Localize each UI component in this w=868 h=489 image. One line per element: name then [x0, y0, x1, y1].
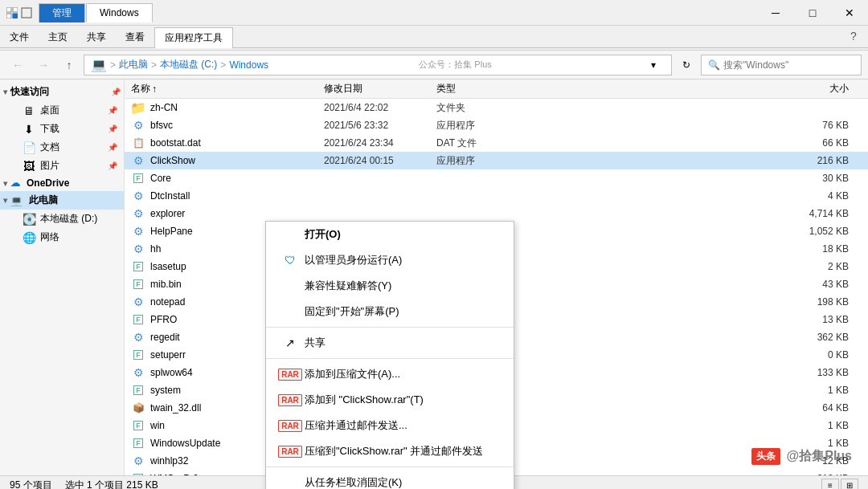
- ribbon-tab-share[interactable]: 共享: [77, 27, 116, 47]
- ctx-label: 添加到压缩文件(A)...: [305, 367, 497, 381]
- rar-icon: RAR: [278, 420, 302, 432]
- file-icon: ⚙: [131, 242, 145, 256]
- col-name-label: 名称: [131, 82, 150, 96]
- sidebar-item-pictures[interactable]: 🖼 图片 📌: [0, 157, 124, 175]
- sidebar-item-local-d[interactable]: 💽 本地磁盘 (D:): [0, 210, 124, 228]
- pin-indicator-desktop: 📌: [108, 106, 117, 115]
- view-details-button[interactable]: ≡: [821, 479, 839, 490]
- sidebar-onedrive-header[interactable]: ▾ ☁ OneDrive: [0, 175, 124, 191]
- file-size: 0 KB: [533, 349, 862, 361]
- ctx-label: 压缩到"ClickShow.rar" 并通过邮件发送: [305, 444, 497, 458]
- sidebar-item-downloads-label: 下载: [40, 122, 59, 136]
- file-size: 64 KB: [533, 402, 862, 414]
- file-icon: ⚙: [131, 330, 145, 344]
- dropdown-arrow[interactable]: ▾: [642, 54, 665, 76]
- file-name: bfsvc: [150, 120, 324, 131]
- file-row[interactable]: ⚙ bfsvc 2021/5/6 23:32 应用程序 76 KB: [125, 116, 868, 134]
- col-header-size[interactable]: 大小: [533, 82, 862, 96]
- ribbon-tab-view[interactable]: 查看: [116, 27, 154, 47]
- file-size: 66 KB: [533, 137, 862, 149]
- file-icon: F: [131, 383, 145, 397]
- file-name: explorer: [150, 208, 324, 219]
- address-box[interactable]: 💻 > 此电脑 > 本地磁盘 (C:) > Windows 公众号：拾集 Plu…: [84, 55, 672, 75]
- sidebar-item-downloads[interactable]: ⬇ 下载 📌: [0, 120, 124, 138]
- ctx-menu-item[interactable]: RAR 压缩并通过邮件发送...: [266, 413, 514, 438]
- svg-rect-4: [22, 8, 31, 18]
- file-type: 应用程序: [436, 154, 533, 168]
- minimize-button[interactable]: ─: [757, 0, 794, 26]
- file-icon: F: [131, 436, 145, 450]
- file-icon: ⚙: [131, 118, 145, 132]
- ctx-icon: RAR: [282, 392, 298, 408]
- file-size: 18 KB: [533, 243, 862, 255]
- ribbon-tab-file[interactable]: 文件: [0, 27, 39, 47]
- col-header-date[interactable]: 修改日期: [324, 82, 436, 96]
- forward-button[interactable]: →: [32, 54, 55, 76]
- ctx-menu-item[interactable]: RAR 添加到 "ClickShow.rar"(T): [266, 387, 514, 413]
- ctx-label: 添加到 "ClickShow.rar"(T): [305, 393, 497, 407]
- file-icon: F: [131, 312, 145, 327]
- window-controls: ─ □ ✕: [757, 0, 868, 26]
- ribbon: 文件 主页 共享 查看 应用程序工具 ?: [0, 26, 868, 51]
- file-row[interactable]: ⚙ DtcInstall 4 KB: [125, 187, 868, 205]
- file-type: 文件夹: [436, 101, 533, 115]
- ctx-label: 以管理员身份运行(A): [305, 253, 497, 267]
- tab-windows[interactable]: Windows: [86, 3, 153, 22]
- ctx-menu-item[interactable]: 固定到"开始"屏幕(P): [266, 299, 514, 324]
- file-name: DtcInstall: [150, 190, 324, 202]
- ctx-label: 打开(O): [305, 227, 497, 242]
- file-icon: F: [131, 277, 145, 291]
- file-row[interactable]: ⚙ ClickShow 2021/6/24 00:15 应用程序 216 KB: [125, 152, 868, 169]
- ctx-menu-item[interactable]: 从任务栏取消固定(K): [266, 470, 514, 489]
- file-row[interactable]: ⚙ explorer 4,714 KB: [125, 205, 868, 222]
- ctx-menu-item[interactable]: 打开(O): [266, 222, 514, 247]
- file-size: 4,714 KB: [533, 208, 862, 219]
- pin-indicator-pictures: 📌: [108, 161, 117, 170]
- back-button[interactable]: ←: [6, 54, 29, 76]
- sidebar-item-network[interactable]: 🌐 网络: [0, 228, 124, 247]
- file-size: 216 KB: [533, 155, 862, 166]
- addr-windows[interactable]: Windows: [229, 59, 268, 71]
- file-row[interactable]: 📋 bootstat.dat 2021/6/24 23:34 DAT 文件 66…: [125, 134, 868, 152]
- ctx-menu-item[interactable]: ↗ 共享: [266, 330, 514, 356]
- file-icon: F: [131, 171, 145, 185]
- file-size: 43 KB: [533, 279, 862, 290]
- ribbon-tab-app-tools[interactable]: 应用程序工具: [154, 27, 233, 48]
- tab-manage[interactable]: 管理: [39, 3, 85, 22]
- ribbon-help-button[interactable]: ?: [842, 27, 865, 45]
- view-grid-button[interactable]: ⊞: [841, 479, 858, 490]
- ribbon-tab-home[interactable]: 主页: [39, 27, 77, 47]
- addr-this-pc-label[interactable]: 此电脑: [119, 58, 148, 71]
- sidebar-onedrive-label: ☁: [10, 177, 20, 189]
- sidebar-quick-access-label: 快速访问: [10, 85, 49, 99]
- up-button[interactable]: ↑: [58, 54, 80, 76]
- sidebar-item-desktop[interactable]: 🖥 桌面 📌: [0, 101, 124, 120]
- sidebar-item-documents[interactable]: 📄 文档 📌: [0, 138, 124, 157]
- watermark-brand: 头条: [751, 448, 780, 465]
- addr-local-disk[interactable]: 本地磁盘 (C:): [160, 58, 217, 71]
- file-size: 76 KB: [533, 120, 862, 131]
- local-d-icon: 💽: [23, 213, 35, 226]
- ctx-label: 压缩并通过邮件发送...: [305, 418, 497, 433]
- share-icon: ↗: [285, 336, 295, 349]
- col-header-name[interactable]: 名称 ↑: [131, 82, 324, 96]
- ctx-menu-item[interactable]: 兼容性疑难解答(Y): [266, 273, 514, 299]
- pin-indicator-documents: 📌: [108, 143, 117, 152]
- col-header-type[interactable]: 类型: [436, 82, 533, 96]
- ctx-menu-item[interactable]: RAR 添加到压缩文件(A)...: [266, 361, 514, 387]
- ctx-label: 从任务栏取消固定(K): [305, 475, 497, 489]
- maximize-button[interactable]: □: [794, 0, 831, 26]
- refresh-button[interactable]: ↻: [675, 54, 698, 76]
- file-row[interactable]: F Core 30 KB: [125, 169, 868, 187]
- file-row[interactable]: 📁 zh-CN 2021/6/4 22:02 文件夹: [125, 99, 868, 116]
- ctx-menu-item[interactable]: RAR 压缩到"ClickShow.rar" 并通过邮件发送: [266, 438, 514, 464]
- sidebar-this-pc-header[interactable]: ▾ 💻 此电脑: [0, 191, 124, 210]
- status-selected: 选中 1 个项目 215 KB: [65, 479, 158, 489]
- close-button[interactable]: ✕: [831, 0, 868, 26]
- search-input[interactable]: [723, 59, 854, 71]
- ctx-menu-item[interactable]: 🛡 以管理员身份运行(A): [266, 247, 514, 273]
- sidebar-quick-access-header[interactable]: ▾ 快速访问 📌: [0, 83, 124, 101]
- view-toggle: ≡ ⊞: [821, 479, 858, 490]
- search-box[interactable]: 🔍: [701, 55, 862, 75]
- file-icon: 📁: [131, 100, 145, 115]
